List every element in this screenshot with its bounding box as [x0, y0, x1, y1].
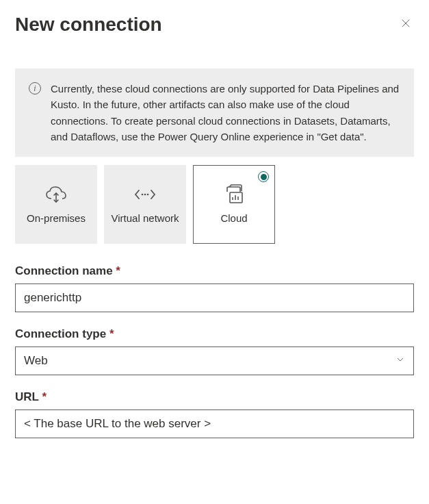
field-url: URL * [15, 390, 414, 438]
close-button[interactable] [398, 16, 414, 33]
cloud-sync-icon [44, 184, 68, 205]
info-banner: i Currently, these cloud connections are… [15, 68, 414, 157]
tile-onpremises[interactable]: On-premises [15, 165, 97, 244]
connection-mode-tiles: On-premises Virtual network [15, 165, 414, 244]
required-asterisk: * [116, 264, 120, 277]
tile-vnet-label: Virtual network [107, 212, 183, 225]
svg-point-0 [142, 194, 144, 196]
tile-cloud[interactable]: Cloud [193, 165, 275, 244]
dialog-header: New connection [15, 14, 414, 36]
connection-type-select[interactable] [15, 346, 414, 375]
field-connection-type: Connection type * [15, 327, 414, 375]
tile-onpremises-label: On-premises [23, 212, 90, 225]
svg-rect-3 [230, 192, 242, 203]
required-asterisk: * [42, 390, 47, 403]
dialog-title: New connection [15, 14, 162, 36]
network-icon [133, 184, 157, 205]
info-banner-text: Currently, these cloud connections are o… [51, 81, 400, 144]
field-connection-name: Connection name * [15, 264, 414, 312]
connection-name-label: Connection name * [15, 264, 414, 278]
tile-cloud-label: Cloud [216, 212, 251, 225]
info-icon: i [29, 82, 41, 94]
selected-radio-icon [258, 171, 269, 182]
close-icon [400, 17, 412, 32]
connection-type-label: Connection type * [15, 327, 414, 341]
required-asterisk: * [109, 327, 114, 340]
svg-point-2 [147, 194, 149, 196]
url-label: URL * [15, 390, 414, 404]
svg-point-1 [144, 194, 146, 196]
url-input[interactable] [15, 410, 414, 438]
tile-virtual-network[interactable]: Virtual network [104, 165, 186, 244]
connection-name-input[interactable] [15, 284, 414, 312]
cloud-report-icon [222, 184, 246, 205]
